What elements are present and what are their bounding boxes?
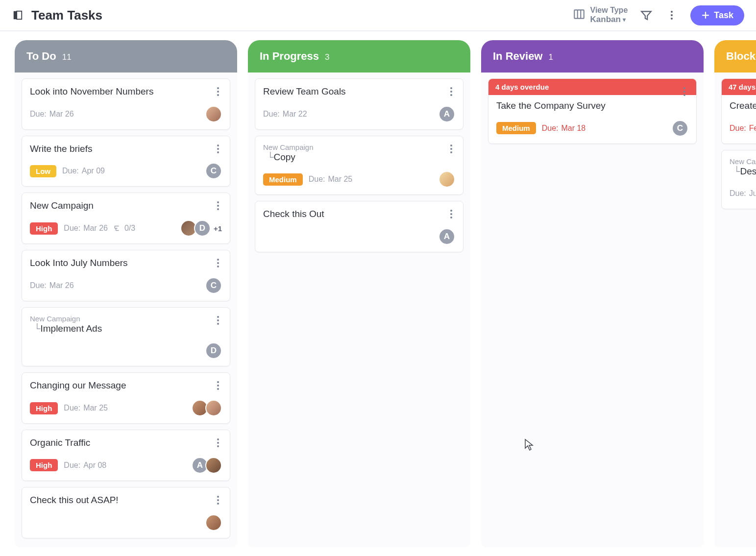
column-header: To Do11: [15, 40, 237, 73]
parent-task-label: New Campaign: [730, 157, 756, 166]
card-title: Review Team Goals: [263, 86, 455, 98]
task-card[interactable]: Review Team GoalsDue:Mar 22A: [255, 78, 463, 130]
view-type-value: Kanban▾: [590, 15, 628, 24]
due-block: Due:Mar 26: [30, 110, 74, 119]
card-title: Take the Company Survey: [496, 100, 688, 112]
card-title: Write the briefs: [30, 143, 222, 155]
assignees: [205, 106, 222, 122]
priority-chip: High: [30, 222, 58, 235]
column-title: In Progress: [260, 50, 319, 63]
chevron-down-icon: ▾: [623, 16, 626, 23]
task-card[interactable]: Changing our MessageHighDue:Mar 25: [22, 372, 230, 424]
task-card[interactable]: New Campaign└CopyMediumDue:Mar 25: [255, 136, 463, 195]
priority-chip: High: [30, 402, 58, 414]
column-count: 1: [548, 52, 553, 62]
avatar: [439, 171, 455, 188]
header-more-icon[interactable]: [665, 8, 679, 22]
task-card[interactable]: Look Into July NumbersDue:Mar 26C: [22, 250, 230, 301]
card-more-icon[interactable]: [212, 314, 224, 326]
cards-container: 47 daysCreateDue:FeNew Campaign└DesignDu…: [714, 73, 756, 215]
avatar: A: [439, 228, 455, 245]
card-title: Changing our Message: [30, 380, 222, 392]
card-title: Organic Traffic: [30, 437, 222, 449]
due-block: Due:Mar 25: [64, 404, 108, 412]
card-more-icon[interactable]: [212, 437, 224, 449]
card-more-icon[interactable]: [445, 208, 457, 220]
cards-container: Look into November NumbersDue:Mar 26Writ…: [15, 73, 237, 542]
collapse-sidebar-icon[interactable]: [12, 9, 24, 21]
subtask-indicator: 0/3: [114, 224, 135, 233]
assignees: C: [205, 277, 222, 294]
task-card[interactable]: Write the briefsLowDue:Apr 09C: [22, 136, 230, 187]
column-count: 11: [62, 52, 72, 62]
due-block: Due:Mar 22: [263, 110, 307, 119]
parent-task-label: New Campaign: [30, 314, 222, 323]
task-card[interactable]: Check this out ASAP!: [22, 487, 230, 538]
task-card[interactable]: New Campaign└Implement AdsD: [22, 307, 230, 367]
priority-chip: Medium: [263, 173, 303, 186]
card-more-icon[interactable]: [212, 86, 224, 97]
card-more-icon[interactable]: [679, 86, 690, 97]
column-todo: To Do11Look into November NumbersDue:Mar…: [15, 40, 237, 547]
due-block: Due:Mar 18: [542, 124, 586, 133]
assignees: A: [192, 457, 222, 474]
column-blocked: Blocked47 daysCreateDue:FeNew Campaign└D…: [714, 40, 756, 547]
due-block: Due:Apr 08: [64, 461, 106, 470]
task-card[interactable]: 4 days overdueTake the Company SurveyMed…: [488, 78, 697, 144]
task-card[interactable]: New Campaign└DesignDue:Ju: [721, 150, 756, 210]
avatar: C: [672, 120, 688, 137]
column-header: Blocked: [714, 40, 756, 73]
assignees: C: [672, 120, 688, 137]
column-progress: In Progress3Review Team GoalsDue:Mar 22A…: [248, 40, 470, 547]
plus-icon: [701, 11, 710, 20]
card-more-icon[interactable]: [445, 86, 457, 97]
due-block: Due:Mar 25: [309, 175, 353, 184]
card-title: New Campaign: [30, 200, 222, 212]
avatar: [205, 457, 222, 474]
kanban-board: To Do11Look into November NumbersDue:Mar…: [0, 31, 756, 556]
view-type-label: View Type: [590, 5, 628, 15]
card-title: └Copy: [263, 151, 455, 164]
card-more-icon[interactable]: [445, 143, 457, 155]
card-more-icon[interactable]: [212, 257, 224, 269]
avatar: [205, 400, 222, 416]
column-header: In Review1: [481, 40, 704, 73]
task-card[interactable]: Check this OutA: [255, 201, 463, 252]
task-card[interactable]: Look into November NumbersDue:Mar 26: [22, 78, 230, 130]
assignees: D: [205, 342, 222, 359]
add-task-button[interactable]: Task: [690, 5, 744, 25]
priority-chip: High: [30, 459, 58, 471]
task-card[interactable]: New CampaignHighDue:Mar 260/3D+1: [22, 193, 230, 244]
overdue-banner: 47 days: [722, 79, 756, 95]
avatar: [205, 514, 222, 531]
card-title: Create: [730, 100, 756, 112]
card-title: └Implement Ads: [30, 323, 222, 335]
column-title: In Review: [493, 50, 542, 63]
column-header: In Progress3: [248, 40, 470, 73]
priority-chip: Low: [30, 165, 56, 177]
assignees: [439, 171, 455, 188]
task-card[interactable]: Organic TrafficHighDue:Apr 08A: [22, 430, 230, 481]
filter-icon[interactable]: [639, 8, 653, 22]
card-more-icon[interactable]: [212, 200, 224, 212]
card-title: Look into November Numbers: [30, 86, 222, 98]
task-card[interactable]: 47 daysCreateDue:Fe: [721, 78, 756, 144]
view-type-selector[interactable]: View Type Kanban▾: [573, 5, 628, 25]
due-block: Due:Apr 09: [62, 167, 105, 175]
column-review: In Review14 days overdueTake the Company…: [481, 40, 704, 547]
card-more-icon[interactable]: [212, 380, 224, 391]
assignees: A: [439, 106, 455, 122]
column-title: Blocked: [726, 50, 756, 63]
card-title: └Design: [730, 166, 756, 178]
assignee-more-count: +1: [214, 224, 222, 233]
avatar: C: [205, 277, 222, 294]
card-more-icon[interactable]: [212, 494, 224, 506]
parent-task-label: New Campaign: [263, 143, 455, 151]
assignees: C: [205, 163, 222, 179]
card-title: Check this out ASAP!: [30, 494, 222, 507]
card-more-icon[interactable]: [212, 143, 224, 155]
assignees: [192, 400, 222, 416]
avatar: D: [194, 220, 211, 237]
card-title: Look Into July Numbers: [30, 257, 222, 269]
column-title: To Do: [26, 50, 56, 63]
